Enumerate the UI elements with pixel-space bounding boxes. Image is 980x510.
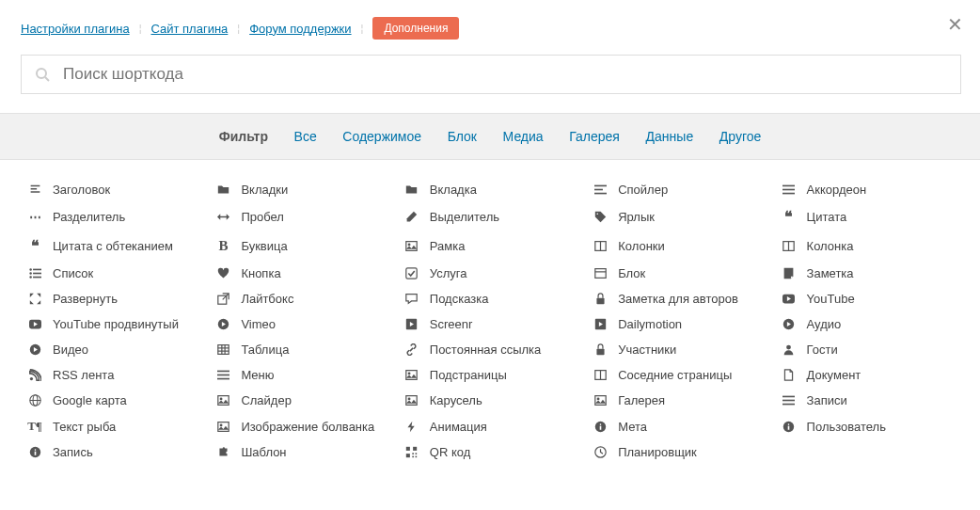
- svg-rect-41: [217, 371, 229, 373]
- shortcode-item[interactable]: Список: [23, 261, 207, 286]
- shortcode-item[interactable]: ❝Цитата с обтеканием: [23, 231, 207, 261]
- filter-gallery[interactable]: Галерея: [569, 129, 620, 144]
- list-icon: [781, 394, 798, 406]
- expand-icon: [26, 293, 43, 305]
- shortcode-item[interactable]: Колонка: [777, 231, 961, 261]
- shortcode-item[interactable]: Спойлер: [588, 177, 772, 202]
- shortcode-item[interactable]: Запись: [23, 439, 207, 465]
- shortcode-item[interactable]: YouTube: [777, 286, 961, 311]
- svg-rect-74: [413, 453, 415, 454]
- bars-stagger-icon: [592, 183, 609, 196]
- filter-other[interactable]: Другое: [719, 129, 761, 144]
- columns-icon: [592, 240, 609, 252]
- search-input[interactable]: [63, 65, 947, 84]
- nav-addons-button[interactable]: Дополнения: [372, 17, 459, 40]
- shortcode-item[interactable]: Мета: [588, 413, 772, 439]
- shortcode-item[interactable]: Гости: [777, 337, 961, 362]
- filter-all[interactable]: Все: [294, 129, 317, 144]
- shortcode-item[interactable]: Карусель: [400, 388, 584, 413]
- shortcode-item[interactable]: Лайтбокс: [211, 286, 395, 311]
- shortcode-label: Аудио: [807, 317, 842, 331]
- shortcode-item[interactable]: Документ: [777, 362, 961, 388]
- shortcode-item[interactable]: Заметка для авторов: [588, 286, 772, 311]
- shortcode-item[interactable]: Участники: [588, 337, 772, 362]
- shortcode-item[interactable]: Screenr: [400, 311, 584, 337]
- shortcode-item[interactable]: Меню: [211, 362, 395, 388]
- shortcode-label: Развернуть: [53, 292, 118, 306]
- svg-rect-53: [406, 396, 417, 406]
- shortcode-item[interactable]: Галерея: [588, 388, 772, 413]
- shortcode-item[interactable]: Развернуть: [23, 286, 207, 311]
- filter-data[interactable]: Данные: [646, 129, 694, 144]
- shortcode-item[interactable]: Анимация: [400, 413, 584, 439]
- shortcode-item[interactable]: Планировщик: [588, 439, 772, 465]
- shortcode-label: Вкладки: [241, 183, 288, 197]
- shortcode-item[interactable]: Аккордеон: [777, 177, 961, 202]
- shortcode-item[interactable]: Кнопка: [211, 261, 395, 286]
- shortcode-item[interactable]: Рамка: [400, 231, 584, 261]
- shortcode-label: Слайдер: [241, 393, 292, 407]
- shortcode-item[interactable]: RSS лента: [23, 362, 207, 388]
- shortcode-item[interactable]: Видео: [23, 337, 207, 362]
- svg-rect-75: [416, 453, 418, 454]
- shortcode-item[interactable]: Вкладка: [400, 177, 584, 202]
- shortcode-item[interactable]: Вкладки: [211, 177, 395, 202]
- shortcode-item[interactable]: BБуквица: [211, 231, 395, 261]
- block-icon: [592, 267, 609, 279]
- close-icon[interactable]: ✕: [947, 13, 963, 36]
- document-icon: [781, 369, 798, 381]
- table-icon: [214, 343, 231, 356]
- shortcode-item[interactable]: Подстраницы: [400, 362, 584, 388]
- shortcode-item[interactable]: Блок: [588, 261, 772, 286]
- svg-rect-44: [406, 371, 417, 380]
- shortcode-label: Цитата с обтеканием: [53, 239, 173, 253]
- svg-point-8: [596, 213, 598, 215]
- shortcode-label: Изображение болванка: [241, 420, 374, 434]
- shortcode-item[interactable]: Аудио: [777, 311, 961, 337]
- filter-content[interactable]: Содержимое: [342, 129, 421, 144]
- shortcode-item[interactable]: Изображение болванка: [211, 413, 395, 439]
- svg-rect-6: [782, 189, 795, 191]
- play-square-icon: [592, 318, 609, 330]
- shortcode-item[interactable]: Записи: [777, 388, 961, 413]
- shortcode-item[interactable]: Заметка: [777, 261, 961, 286]
- shortcode-label: Выделитель: [430, 210, 499, 224]
- svg-rect-70: [34, 452, 36, 455]
- shortcode-item[interactable]: YouTube продвинутый: [23, 311, 207, 337]
- nav-settings-link[interactable]: Настройки плагина: [21, 22, 130, 36]
- shortcode-item[interactable]: Dailymotion: [588, 311, 772, 337]
- shortcode-label: Screenr: [430, 317, 473, 331]
- shortcode-item[interactable]: ❝Цитата: [777, 202, 961, 231]
- shortcode-item[interactable]: ⋯Разделитель: [23, 202, 207, 231]
- shortcode-label: Кнопка: [241, 266, 280, 280]
- quote-icon: ❝: [781, 208, 798, 226]
- nav-forum-link[interactable]: Форум поддержки: [249, 22, 351, 36]
- svg-rect-59: [782, 404, 795, 406]
- shortcode-item[interactable]: Слайдер: [211, 388, 395, 413]
- shortcode-item[interactable]: Шаблон: [211, 439, 395, 465]
- shortcode-item[interactable]: QR код: [400, 439, 584, 465]
- shortcode-item[interactable]: Колонки: [588, 231, 772, 261]
- image-icon: [403, 369, 420, 381]
- shortcode-item[interactable]: Подсказка: [400, 286, 584, 311]
- filter-block[interactable]: Блок: [448, 129, 477, 144]
- shortcode-item[interactable]: T¶Текст рыба: [23, 413, 207, 439]
- shortcode-item[interactable]: Пробел: [211, 202, 395, 231]
- filter-media[interactable]: Медиа: [503, 129, 544, 144]
- globe-icon: [26, 394, 43, 406]
- shortcode-item[interactable]: Соседние страницы: [588, 362, 772, 388]
- shortcode-item[interactable]: Ярлык: [588, 202, 772, 231]
- image-icon: [403, 240, 420, 252]
- filter-bar: Фильтр Все Содержимое Блок Медиа Галерея…: [0, 113, 980, 160]
- nav-site-link[interactable]: Сайт плагина: [150, 22, 228, 36]
- svg-rect-33: [218, 345, 229, 355]
- shortcode-item[interactable]: Заголовок: [23, 177, 207, 202]
- shortcode-item[interactable]: Постоянная ссылка: [400, 337, 584, 362]
- shortcode-item[interactable]: Выделитель: [400, 202, 584, 231]
- lock-icon: [592, 343, 609, 356]
- shortcode-item[interactable]: Google карта: [23, 388, 207, 413]
- shortcode-item[interactable]: Пользователь: [777, 413, 961, 439]
- shortcode-item[interactable]: Таблица: [211, 337, 395, 362]
- shortcode-item[interactable]: Vimeo: [211, 311, 395, 337]
- shortcode-item[interactable]: Услуга: [400, 261, 584, 286]
